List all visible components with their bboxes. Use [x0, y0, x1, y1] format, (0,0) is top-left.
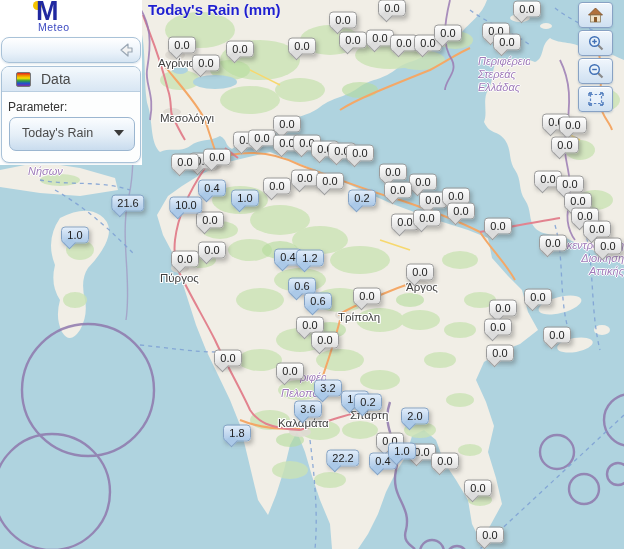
zoom-out-button[interactable]	[578, 58, 613, 84]
rain-marker[interactable]: 0.0	[248, 130, 276, 147]
search-input[interactable]	[8, 40, 112, 60]
rain-marker[interactable]: 0.0	[539, 235, 567, 252]
rain-marker[interactable]: 0.0	[192, 55, 220, 72]
rain-marker[interactable]: 0.0	[226, 41, 254, 58]
rain-marker[interactable]: 0.0	[273, 116, 301, 133]
rain-marker[interactable]: 0.0	[311, 332, 339, 349]
rain-marker[interactable]: 0.0	[583, 221, 611, 238]
rain-marker[interactable]: 0.6	[304, 293, 332, 310]
rain-marker[interactable]: 0.0	[447, 203, 475, 220]
rain-marker[interactable]: 0.2	[354, 394, 382, 411]
rain-marker[interactable]: 0.0	[168, 37, 196, 54]
rain-marker[interactable]: 0.0	[476, 527, 504, 544]
rain-marker[interactable]: 0.0	[434, 25, 462, 42]
rain-marker[interactable]: 0.0	[171, 251, 199, 268]
rain-marker[interactable]: 0.0	[379, 164, 407, 181]
rain-marker[interactable]: 0.0	[431, 453, 459, 470]
rain-marker[interactable]: 0.0	[543, 327, 571, 344]
rain-marker[interactable]: 1.0	[388, 443, 416, 460]
rain-marker[interactable]: 0.0	[594, 238, 622, 255]
rain-marker[interactable]: 0.0	[329, 12, 357, 29]
rain-marker[interactable]: 0.2	[348, 190, 376, 207]
collapse-arrow-icon[interactable]	[117, 41, 135, 59]
town-label: Πύργος	[160, 272, 199, 284]
rain-marker[interactable]: 0.0	[288, 38, 316, 55]
rain-marker[interactable]: 0.0	[346, 145, 374, 162]
rain-marker[interactable]: 0.0	[464, 480, 492, 497]
rain-marker[interactable]: 2.0	[401, 408, 429, 425]
rain-marker[interactable]: 0.0	[413, 210, 441, 227]
rainbow-icon	[16, 72, 31, 87]
town-label: Τρίπολη	[338, 311, 380, 323]
rain-marker[interactable]: 0.0	[353, 288, 381, 305]
chevron-down-icon	[114, 130, 124, 136]
data-panel: Data Parameter: Today's Rain	[1, 66, 141, 163]
rain-marker[interactable]: 3.2	[314, 380, 342, 397]
rain-marker[interactable]: 1.0	[231, 190, 259, 207]
rain-marker[interactable]: 1.0	[61, 227, 89, 244]
rain-marker[interactable]: 3.6	[294, 401, 322, 418]
brand-name: Meteo	[38, 21, 70, 33]
region-label: Νήσων	[28, 165, 88, 178]
zoom-in-button[interactable]	[578, 30, 613, 56]
sidebar: M Meteo Data Parameter: Today's Rain	[0, 0, 142, 165]
rain-marker[interactable]: 21.6	[111, 195, 144, 212]
box-zoom-button[interactable]	[578, 86, 613, 112]
home-icon	[587, 7, 604, 23]
meteo-logo[interactable]: M Meteo	[0, 0, 142, 34]
rain-marker[interactable]: 0.0	[378, 0, 406, 17]
rain-marker[interactable]: 0.0	[489, 300, 517, 317]
rain-marker[interactable]: 0.0	[316, 173, 344, 190]
town-label: Σπάρτη	[350, 409, 388, 421]
data-panel-header[interactable]: Data	[2, 67, 140, 92]
rain-marker[interactable]: 0.0	[263, 178, 291, 195]
rain-marker[interactable]: 0.0	[484, 218, 512, 235]
parameter-value: Today's Rain	[22, 126, 93, 140]
rain-marker[interactable]: 0.0	[551, 137, 579, 154]
home-button[interactable]	[578, 2, 613, 28]
rain-marker[interactable]: 0.0	[513, 1, 541, 18]
rain-marker[interactable]: 0.0	[291, 170, 319, 187]
rain-marker[interactable]: 0.0	[384, 182, 412, 199]
rain-marker[interactable]: 0.0	[406, 264, 434, 281]
zoom-out-icon	[588, 63, 604, 79]
rain-marker[interactable]: 0.4	[198, 180, 226, 197]
rain-marker[interactable]: 0.0	[493, 34, 521, 51]
rain-marker[interactable]: 0.0	[203, 149, 231, 166]
rain-marker[interactable]: 22.2	[326, 450, 359, 467]
rain-marker[interactable]: 1.2	[296, 250, 324, 267]
rain-marker[interactable]: 0.0	[198, 242, 226, 259]
zoom-in-icon	[588, 35, 604, 51]
rain-marker[interactable]: 0.0	[556, 176, 584, 193]
region-label: ΠεριφέρειαΣτερεάςΕλλάδας	[478, 55, 530, 94]
search-bar	[1, 37, 141, 63]
rain-marker[interactable]: 0.0	[484, 319, 512, 336]
parameter-label: Parameter:	[8, 100, 67, 114]
parameter-dropdown[interactable]: Today's Rain	[9, 117, 135, 151]
rain-marker[interactable]: 1.8	[223, 425, 251, 442]
rain-marker[interactable]: 0.0	[214, 350, 242, 367]
rain-marker[interactable]: 0.0	[276, 363, 304, 380]
rain-marker[interactable]: 0.0	[196, 212, 224, 229]
rain-marker[interactable]: 0.0	[339, 32, 367, 49]
rain-marker[interactable]: 0.0	[486, 345, 514, 362]
meteo-app: ΑγρίνιοΜεσολόγγιΠύργοςΤρίποληΆργοςΚαλαμά…	[0, 0, 624, 549]
page-title: Today's Rain (mm)	[148, 1, 280, 18]
rain-marker[interactable]: 0.0	[559, 117, 587, 134]
data-panel-title: Data	[41, 71, 71, 87]
rain-marker[interactable]: 10.0	[169, 197, 202, 214]
town-label: Μεσολόγγι	[160, 112, 214, 124]
rain-marker[interactable]: 0.0	[524, 289, 552, 306]
rain-marker[interactable]: 0.0	[171, 154, 199, 171]
rain-marker[interactable]: 0.0	[409, 174, 437, 191]
box-zoom-icon	[587, 91, 605, 107]
